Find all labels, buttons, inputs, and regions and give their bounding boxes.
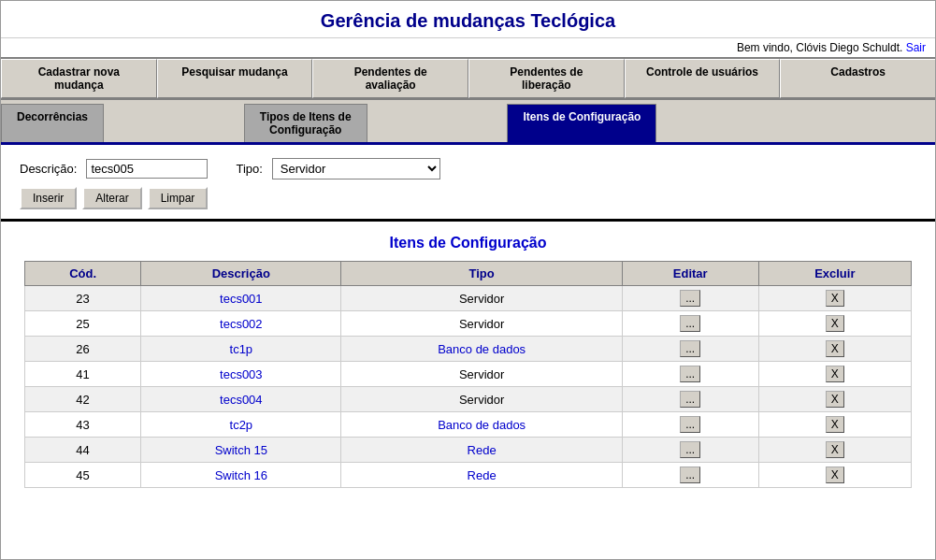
table-row: 25tecs002Servidor...X: [24, 311, 911, 337]
table-title: Itens de Configuração: [1, 222, 935, 261]
cell-tipo: Servidor: [341, 362, 622, 387]
col-header-tipo: Tipo: [341, 262, 622, 286]
cell-excluir: X: [758, 387, 911, 412]
nav-btn-cadastros[interactable]: Cadastros: [780, 59, 935, 98]
cell-excluir: X: [758, 311, 911, 337]
sub-nav-bar: Decorrências Tipos de Itens deConfiguraç…: [1, 100, 935, 145]
cell-tipo: Servidor: [341, 286, 622, 311]
tab-decorrencias[interactable]: Decorrências: [1, 104, 104, 142]
cell-editar: ...: [622, 337, 758, 362]
welcome-bar: Bem vindo, Clóvis Diego Schuldt. Sair: [1, 38, 935, 57]
cell-tipo: Servidor: [341, 311, 622, 337]
edit-button[interactable]: ...: [680, 441, 700, 458]
table-row: 44Switch 15Rede...X: [24, 438, 911, 463]
col-header-excluir: Excluir: [758, 262, 911, 286]
descricao-label: Descrição:: [20, 162, 77, 176]
cell-descricao: tc2p: [141, 412, 341, 438]
cell-descricao: tecs004: [141, 387, 341, 412]
edit-button[interactable]: ...: [680, 467, 700, 483]
cell-cod: 45: [24, 463, 140, 488]
tipo-select[interactable]: Servidor Banco de dados Rede: [272, 158, 440, 179]
table-row: 23tecs001Servidor...X: [24, 286, 911, 311]
logout-link[interactable]: Sair: [906, 41, 926, 54]
delete-button[interactable]: X: [826, 416, 844, 433]
tab-tipos-itens[interactable]: Tipos de Itens deConfiguração: [244, 104, 367, 142]
col-header-editar: Editar: [622, 262, 758, 286]
form-btn-row: Inserir Alterar Limpar: [20, 187, 916, 209]
cell-descricao: tecs001: [141, 286, 341, 311]
delete-button[interactable]: X: [826, 315, 844, 332]
nav-btn-cadastrar[interactable]: Cadastrar novamudança: [1, 59, 157, 98]
cell-editar: ...: [622, 311, 758, 337]
delete-button[interactable]: X: [826, 467, 844, 483]
cell-descricao: tecs003: [141, 362, 341, 387]
cell-editar: ...: [622, 438, 758, 463]
delete-button[interactable]: X: [826, 366, 844, 382]
table-row: 26tc1pBanco de dados...X: [24, 337, 911, 362]
delete-button[interactable]: X: [826, 441, 844, 458]
limpar-button[interactable]: Limpar: [148, 187, 209, 209]
cell-cod: 26: [24, 337, 140, 362]
nav-btn-controle-usuarios[interactable]: Controle de usuários: [625, 59, 781, 98]
cell-cod: 44: [24, 438, 140, 463]
cell-excluir: X: [758, 438, 911, 463]
table-row: 42tecs004Servidor...X: [24, 387, 911, 412]
table-row: 43tc2pBanco de dados...X: [24, 412, 911, 438]
cell-excluir: X: [758, 463, 911, 488]
page-title: Gerência de mudanças Teclógica: [1, 10, 935, 32]
descricao-input[interactable]: [86, 159, 208, 179]
cell-cod: 25: [24, 311, 140, 337]
cell-tipo: Banco de dados: [341, 412, 622, 438]
cell-cod: 23: [24, 286, 140, 311]
cell-descricao: Switch 16: [141, 463, 341, 488]
form-row-fields: Descrição: Tipo: Servidor Banco de dados…: [20, 158, 916, 179]
cell-editar: ...: [622, 387, 758, 412]
table-row: 45Switch 16Rede...X: [24, 463, 911, 488]
table-section: Itens de Configuração Cód. Descrição Tip…: [1, 222, 935, 488]
cell-excluir: X: [758, 286, 911, 311]
cell-tipo: Servidor: [341, 387, 622, 412]
cell-cod: 42: [24, 387, 140, 412]
cell-editar: ...: [622, 412, 758, 438]
cell-excluir: X: [758, 412, 911, 438]
table-row: 41tecs003Servidor...X: [24, 362, 911, 387]
edit-button[interactable]: ...: [680, 315, 700, 332]
delete-button[interactable]: X: [826, 290, 844, 307]
cell-descricao: tc1p: [141, 337, 341, 362]
cell-excluir: X: [758, 337, 911, 362]
cell-tipo: Rede: [341, 463, 622, 488]
cell-descricao: Switch 15: [141, 438, 341, 463]
col-header-cod: Cód.: [24, 262, 140, 286]
form-section: Descrição: Tipo: Servidor Banco de dados…: [1, 145, 935, 222]
welcome-text: Bem vindo, Clóvis Diego Schuldt.: [737, 41, 902, 54]
config-items-table: Cód. Descrição Tipo Editar Excluir 23tec…: [24, 261, 912, 488]
cell-editar: ...: [622, 286, 758, 311]
nav-btn-pendentes-liberacao[interactable]: Pendentes deliberação: [468, 59, 625, 98]
edit-button[interactable]: ...: [680, 391, 700, 408]
delete-button[interactable]: X: [826, 391, 844, 408]
nav-bar: Cadastrar novamudança Pesquisar mudança …: [1, 57, 935, 100]
edit-button[interactable]: ...: [680, 416, 700, 433]
alterar-button[interactable]: Alterar: [82, 187, 141, 209]
cell-descricao: tecs002: [141, 311, 341, 337]
cell-excluir: X: [758, 362, 911, 387]
edit-button[interactable]: ...: [680, 340, 700, 357]
tab-itens-configuracao[interactable]: Itens de Configuração: [507, 104, 656, 142]
cell-tipo: Banco de dados: [341, 337, 622, 362]
cell-cod: 43: [24, 412, 140, 438]
nav-btn-pesquisar[interactable]: Pesquisar mudança: [157, 59, 313, 98]
edit-button[interactable]: ...: [680, 290, 700, 307]
inserir-button[interactable]: Inserir: [20, 187, 77, 209]
delete-button[interactable]: X: [826, 340, 844, 357]
cell-tipo: Rede: [341, 438, 622, 463]
cell-editar: ...: [622, 463, 758, 488]
cell-cod: 41: [24, 362, 140, 387]
tipo-label: Tipo:: [236, 162, 262, 176]
nav-btn-pendentes-avaliacao[interactable]: Pendentes deavaliação: [312, 59, 468, 98]
edit-button[interactable]: ...: [680, 366, 700, 382]
col-header-descricao: Descrição: [141, 262, 341, 286]
page-header: Gerência de mudanças Teclógica: [1, 1, 935, 38]
cell-editar: ...: [622, 362, 758, 387]
